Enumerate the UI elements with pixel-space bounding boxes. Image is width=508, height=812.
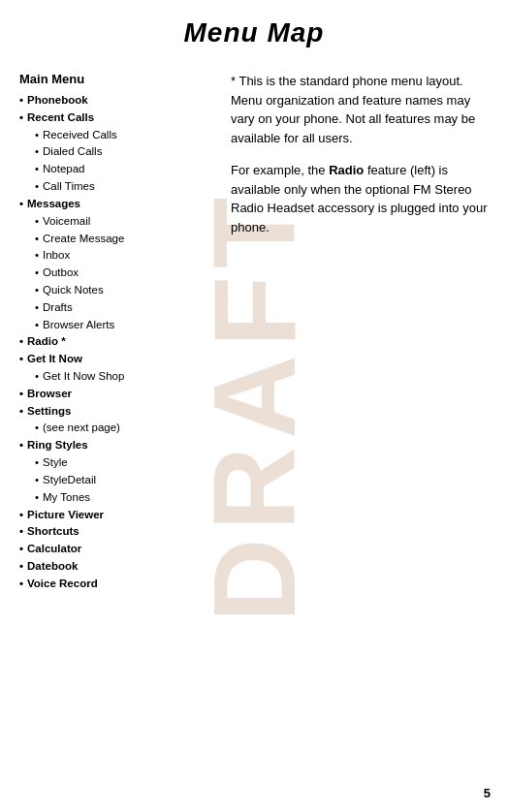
list-item: Datebook xyxy=(19,558,213,576)
list-item: StyleDetail xyxy=(19,472,213,489)
list-item: Received Calls xyxy=(19,127,213,144)
content-area: Menu Map Main Menu Phonebook Recent Call… xyxy=(0,0,508,593)
list-item: Get It Now Shop xyxy=(19,368,213,386)
list-item: Calculator xyxy=(19,541,213,558)
list-item: Browser xyxy=(19,386,213,403)
page-title: Menu Map xyxy=(19,0,489,58)
list-item: Quick Notes xyxy=(19,282,213,299)
description-paragraph-1: * This is the standard phone menu layout… xyxy=(231,72,489,147)
description-paragraph-2: For example, the Radio feature (left) is… xyxy=(231,161,489,236)
list-item: Messages xyxy=(19,196,213,213)
radio-bold-label: Radio xyxy=(329,163,364,177)
main-menu-heading: Main Menu xyxy=(19,72,213,86)
list-item: Create Message xyxy=(19,231,213,248)
list-item: Drafts xyxy=(19,299,213,317)
list-item: (see next page) xyxy=(19,420,213,437)
page-container: DRAFT Menu Map Main Menu Phonebook Recen… xyxy=(0,0,508,812)
list-item: Call Times xyxy=(19,178,213,196)
list-item: Radio * xyxy=(19,333,213,351)
list-item: Picture Viewer xyxy=(19,507,213,524)
list-item: Browser Alerts xyxy=(19,317,213,334)
right-column: * This is the standard phone menu layout… xyxy=(223,72,489,593)
list-item: Recent Calls xyxy=(19,109,213,127)
left-column: Main Menu Phonebook Recent Calls Receive… xyxy=(19,72,213,593)
list-item: Dialed Calls xyxy=(19,143,213,161)
list-item: Get It Now xyxy=(19,351,213,368)
list-item: My Tones xyxy=(19,489,213,507)
page-number: 5 xyxy=(484,786,491,800)
list-item: Ring Styles xyxy=(19,437,213,454)
list-item: Outbox xyxy=(19,265,213,282)
list-item: Shortcuts xyxy=(19,523,213,541)
list-item: Style xyxy=(19,454,213,472)
list-item: Voice Record xyxy=(19,576,213,593)
list-item: Voicemail xyxy=(19,213,213,231)
main-content: Main Menu Phonebook Recent Calls Receive… xyxy=(19,72,489,593)
list-item: Phonebook xyxy=(19,92,213,109)
list-item: Inbox xyxy=(19,247,213,265)
description-text-pre: For example, the xyxy=(231,163,329,177)
list-item: Notepad xyxy=(19,161,213,178)
list-item: Settings xyxy=(19,403,213,421)
menu-list: Phonebook Recent Calls Received Calls Di… xyxy=(19,92,213,593)
